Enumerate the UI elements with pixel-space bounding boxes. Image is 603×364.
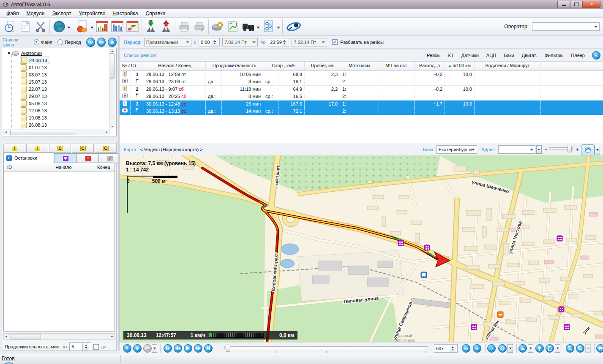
from-date-combo[interactable]: 7.02.14 Пт xyxy=(222,38,258,46)
tree-item[interactable]: 12.08.13 xyxy=(21,107,116,114)
maximize-button[interactable] xyxy=(570,1,583,8)
tab-c2[interactable]: C xyxy=(72,144,94,153)
device-dropdown[interactable] xyxy=(555,344,560,353)
play-icon[interactable] xyxy=(184,344,192,353)
tab-kt[interactable]: КТ xyxy=(444,53,457,58)
shapes-report-icon[interactable] xyxy=(74,19,95,35)
zoom-out-icon[interactable] xyxy=(566,344,574,353)
route-map-icon[interactable] xyxy=(225,19,240,35)
duration-to-checkbox[interactable]: ✓ xyxy=(93,344,99,350)
pushpin-icon[interactable] xyxy=(535,344,544,353)
to-date-combo[interactable]: 7.02.14 Пт xyxy=(292,38,327,46)
col-distance[interactable]: Пробег, км xyxy=(305,62,340,70)
eject-icon[interactable] xyxy=(108,38,117,47)
tab-sensors[interactable]: Датчики xyxy=(458,53,483,58)
earth-view-button[interactable] xyxy=(581,144,595,155)
grid-icon[interactable]: # xyxy=(133,344,142,353)
from-time-input[interactable]: 0:00 xyxy=(199,38,220,46)
address-go-button[interactable]: ▸ xyxy=(536,145,542,154)
tab-player[interactable]: Плеер xyxy=(567,53,589,58)
new-document-icon[interactable] xyxy=(18,19,33,35)
tab-stops-active[interactable]: P Остановки xyxy=(3,152,54,163)
to-time-input[interactable]: 23:59 xyxy=(268,38,289,46)
satellite-icon[interactable] xyxy=(284,19,303,35)
col-start[interactable]: Начало xyxy=(41,163,86,171)
print-preview-icon[interactable] xyxy=(192,19,207,35)
menu-device[interactable]: Устройство xyxy=(75,10,109,17)
tab-alert-1[interactable]: ! xyxy=(3,144,25,153)
earth-view-dropdown[interactable] xyxy=(595,145,600,155)
radio-period-label[interactable]: Период xyxy=(65,40,81,45)
address-combo[interactable] xyxy=(498,145,535,154)
skip-start-icon[interactable] xyxy=(164,344,172,353)
menu-settings[interactable]: Настройка xyxy=(109,10,142,17)
map-provider-switcher[interactable]: < Яндекс (Народная карта) > xyxy=(140,147,203,152)
trip-report-icon[interactable] xyxy=(3,19,18,35)
menu-modules[interactable]: Модули xyxy=(23,10,49,17)
tab-c1[interactable]: C xyxy=(49,144,71,153)
tab-adc[interactable]: АЦП xyxy=(483,53,500,58)
tab-alert-2[interactable]: ! xyxy=(26,144,48,153)
tree-item[interactable]: 01.07.13 xyxy=(21,64,116,71)
waypoints-icon[interactable] xyxy=(261,19,281,35)
tree-item[interactable]: 29.07.13 xyxy=(21,92,116,100)
device-icon[interactable] xyxy=(546,344,554,353)
follow-marker-icon[interactable] xyxy=(487,344,496,353)
sensors-panel-icon[interactable] xyxy=(110,19,125,35)
stops-hscrollbar[interactable]: ◄ ► xyxy=(3,333,115,340)
frame-step-icon[interactable]: ‹0› xyxy=(473,344,481,353)
tree-item[interactable]: 08.07.13 xyxy=(21,71,116,78)
close-button[interactable]: ✕ xyxy=(583,1,600,8)
tab-filters[interactable]: Фильтры xyxy=(540,53,567,58)
period-preset-combo[interactable]: Произвольный xyxy=(144,38,191,46)
tab-tanks[interactable]: Баки xyxy=(500,53,518,58)
tools-icon[interactable] xyxy=(33,19,48,35)
menu-export[interactable]: Экспорт xyxy=(49,10,75,17)
map-viewport[interactable]: улица Шевченко улица Чистова Липовая ули… xyxy=(120,155,603,342)
earth-sync-dropdown[interactable] xyxy=(152,344,157,353)
compare-icon[interactable]: 0|0 xyxy=(97,38,106,47)
col-mh-stop[interactable]: МЧ на ост. xyxy=(379,62,415,70)
col-speed[interactable]: Скор., км/ч xyxy=(263,62,305,70)
earth-sync-icon[interactable] xyxy=(143,344,152,353)
radio-file[interactable] xyxy=(34,39,39,45)
tree-item[interactable]: 05.08.13 xyxy=(21,100,116,107)
loop-icon[interactable]: 00 xyxy=(462,344,470,353)
save-settings-icon[interactable] xyxy=(210,19,225,35)
vehicle-view-icon[interactable] xyxy=(596,344,603,353)
trip-row-1[interactable]: 1 28.06.13 - 12:59 пт 10:06 мин 68,8 2,3… xyxy=(120,71,603,85)
tab-trips[interactable]: Рейсы xyxy=(423,53,445,58)
playback-slider[interactable] xyxy=(224,346,428,349)
track-style-dropdown[interactable] xyxy=(528,344,533,353)
playback-speed-input[interactable]: 60x xyxy=(434,344,458,353)
upload-data-icon[interactable] xyxy=(158,19,174,35)
tree-item[interactable]: 26.08.13 xyxy=(21,121,116,128)
groups-tree[interactable]: Анатолий 24.06.13 01.07.13 08.07.13 15.0… xyxy=(2,48,117,136)
online-globe-icon[interactable] xyxy=(51,19,71,35)
col-end[interactable]: Конец xyxy=(86,163,115,171)
tree-item[interactable]: 19.08.13 xyxy=(21,114,116,121)
fuel-report-icon[interactable] xyxy=(95,19,110,35)
col-fuel[interactable]: Расход, л xyxy=(415,62,445,70)
col-drivers[interactable]: Водители / Маршрут xyxy=(475,62,541,70)
map-flag-panel-icon[interactable] xyxy=(125,19,140,35)
stops-table[interactable]: ID Начало Конец xyxy=(3,163,115,331)
track-style-icon[interactable] xyxy=(518,344,527,353)
zoom-slider-thumb[interactable] xyxy=(568,146,572,152)
tree-vscrollbar[interactable]: ▲ ▼ xyxy=(109,49,115,128)
tab-c3[interactable]: C xyxy=(95,144,117,153)
import-data-icon[interactable] xyxy=(143,19,158,35)
center-target-dropdown[interactable] xyxy=(508,344,513,353)
tab-antenna[interactable]: Ψ xyxy=(54,153,77,163)
tab-tools[interactable]: ╱ xyxy=(99,153,121,163)
base-combo[interactable]: Екатеринбург и о xyxy=(437,145,477,154)
zoom-in-icon[interactable] xyxy=(576,344,584,353)
zoom-out-label[interactable]: − xyxy=(545,147,547,152)
tab-engine[interactable]: Двигат. xyxy=(518,53,540,58)
rewind-icon[interactable] xyxy=(174,344,182,353)
print-icon[interactable] xyxy=(177,19,192,35)
tree-item[interactable]: 15.07.13 xyxy=(21,78,116,85)
minimize-button[interactable] xyxy=(557,1,570,8)
map-zoom-slider[interactable] xyxy=(549,147,573,150)
playback-slider-thumb[interactable] xyxy=(226,345,230,352)
